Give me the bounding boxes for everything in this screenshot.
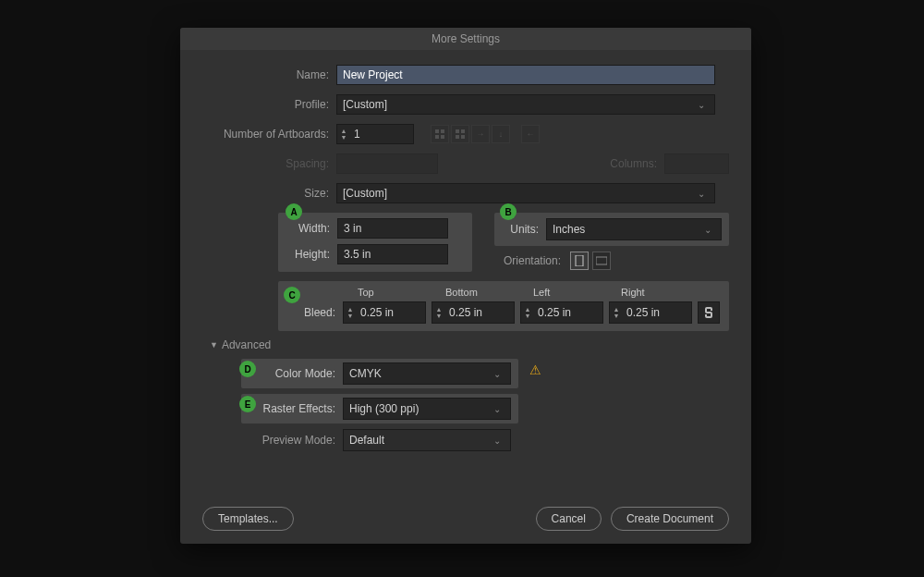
preview-mode-label: Preview Mode:	[249, 434, 343, 447]
badge-d: D	[239, 361, 256, 377]
orientation-portrait-icon[interactable]	[570, 252, 589, 270]
chevron-down-icon: ⌄	[694, 100, 709, 110]
templates-button[interactable]: Templates...	[202, 507, 294, 531]
svg-rect-4	[456, 129, 459, 133]
bleed-top-label: Top	[345, 287, 432, 298]
bleed-top-stepper[interactable]: ▲▼	[343, 301, 426, 324]
profile-value: [Custom]	[343, 98, 694, 111]
bleed-right-stepper[interactable]: ▲▼	[609, 301, 692, 324]
bleed-left-stepper[interactable]: ▲▼	[520, 301, 603, 324]
size-label: Size:	[202, 187, 336, 200]
orientation-label: Orientation:	[504, 254, 570, 267]
cancel-button[interactable]: Cancel	[536, 507, 602, 531]
bleed-bottom-input[interactable]	[445, 304, 501, 321]
chevron-down-icon: ⌄	[700, 225, 715, 235]
bleed-bottom-stepper[interactable]: ▲▼	[432, 301, 515, 324]
raster-effects-dropdown[interactable]: High (300 ppi) ⌄	[343, 398, 511, 420]
units-dropdown[interactable]: Inches ⌄	[546, 218, 722, 240]
color-mode-dropdown[interactable]: CMYK ⌄	[343, 362, 511, 385]
svg-rect-2	[435, 135, 439, 139]
svg-rect-7	[461, 135, 465, 139]
bleed-right-input[interactable]	[623, 304, 678, 321]
preview-mode-value: Default	[349, 434, 384, 447]
stepper-arrows-icon[interactable]: ▲▼	[344, 306, 357, 319]
artboard-arrange-group: → ↓	[431, 125, 510, 143]
svg-rect-9	[596, 257, 607, 264]
name-input[interactable]	[336, 65, 715, 85]
svg-rect-0	[435, 129, 439, 133]
badge-c: C	[284, 287, 300, 303]
columns-label: Columns:	[610, 157, 664, 170]
bleed-left-label: Left	[520, 287, 608, 298]
arrange-grid-row-icon[interactable]	[431, 125, 449, 143]
more-settings-dialog: More Settings Name: Profile: [Custom] ⌄ …	[180, 28, 751, 544]
chevron-down-icon: ⌄	[490, 369, 505, 379]
disclosure-triangle-icon: ▼	[210, 340, 218, 350]
badge-e: E	[239, 396, 256, 412]
height-label: Height:	[287, 248, 337, 261]
arrange-row-ltr-icon[interactable]: →	[471, 125, 490, 143]
badge-b: B	[500, 203, 517, 220]
advanced-section-toggle[interactable]: ▼ Advanced	[202, 338, 729, 351]
chevron-down-icon: ⌄	[694, 189, 709, 199]
arrange-col-icon[interactable]: ↓	[492, 125, 510, 143]
orientation-landscape-icon[interactable]	[592, 252, 611, 270]
dialog-title: More Settings	[180, 28, 751, 50]
profile-dropdown[interactable]: [Custom] ⌄	[336, 94, 715, 115]
svg-rect-8	[576, 255, 583, 266]
size-value: [Custom]	[343, 187, 694, 200]
stepper-arrows-icon[interactable]: ▲▼	[610, 306, 623, 319]
bleed-top-input[interactable]	[357, 304, 412, 321]
badge-a: A	[286, 203, 302, 220]
color-mode-value: CMYK	[349, 367, 382, 380]
bleed-bottom-label: Bottom	[432, 287, 520, 298]
advanced-header-label: Advanced	[222, 338, 271, 351]
svg-rect-1	[441, 129, 444, 133]
spacing-label: Spacing:	[202, 157, 336, 170]
arrange-grid-col-icon[interactable]	[451, 125, 469, 143]
profile-label: Profile:	[202, 98, 336, 111]
link-bleed-icon[interactable]	[698, 301, 720, 324]
units-label: Units:	[502, 223, 546, 236]
raster-effects-label: Raster Effects:	[249, 402, 343, 415]
units-value: Inches	[553, 223, 585, 236]
artboards-stepper[interactable]: ▲▼	[336, 124, 414, 144]
svg-rect-3	[441, 135, 444, 139]
bleed-label: Bleed:	[287, 306, 343, 319]
name-label: Name:	[202, 68, 336, 81]
chevron-down-icon: ⌄	[490, 404, 505, 414]
height-input[interactable]	[337, 244, 448, 264]
color-mode-label: Color Mode:	[249, 367, 343, 380]
artboards-input[interactable]	[350, 126, 406, 142]
svg-rect-5	[461, 129, 465, 133]
artboards-label: Number of Artboards:	[202, 128, 336, 141]
stepper-arrows-icon[interactable]: ▲▼	[432, 306, 445, 319]
stepper-arrows-icon[interactable]: ▲▼	[521, 306, 534, 319]
chevron-down-icon: ⌄	[490, 436, 505, 446]
bleed-left-input[interactable]	[534, 304, 590, 321]
preview-mode-dropdown[interactable]: Default ⌄	[343, 429, 511, 451]
bleed-right-label: Right	[608, 287, 696, 298]
warning-icon: ⚠	[529, 362, 541, 377]
width-label: Width:	[287, 222, 337, 235]
raster-effects-value: High (300 ppi)	[349, 402, 419, 415]
arrange-row-rtl-icon[interactable]: ←	[521, 125, 540, 143]
svg-rect-6	[456, 135, 459, 139]
size-dropdown[interactable]: [Custom] ⌄	[336, 183, 715, 203]
create-document-button[interactable]: Create Document	[611, 507, 729, 531]
spacing-input	[336, 153, 438, 174]
stepper-arrows-icon[interactable]: ▲▼	[337, 128, 350, 141]
width-input[interactable]	[337, 218, 448, 239]
columns-input	[664, 153, 729, 174]
